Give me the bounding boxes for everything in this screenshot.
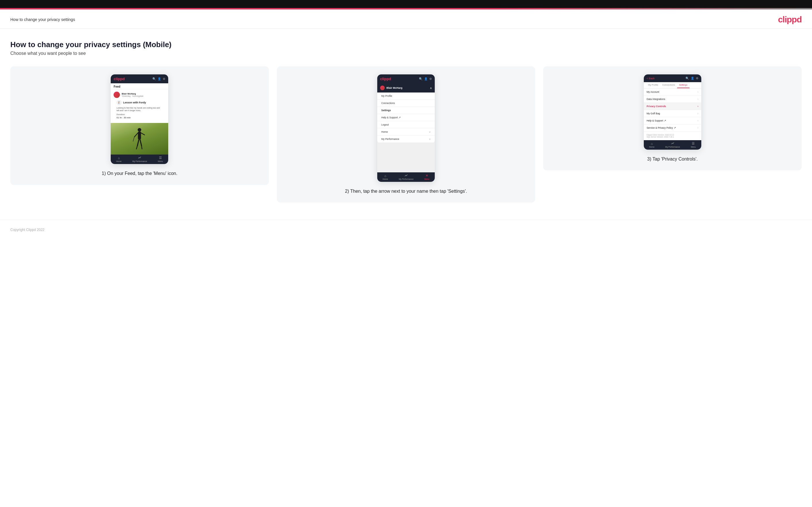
menu-arrow[interactable]: ∧ — [430, 87, 432, 90]
step-2-card: clippd 🔍 👤 ⚙ — [277, 66, 536, 203]
menu-item-connections[interactable]: Connections — [377, 100, 435, 107]
phone-post: Blair McHarg Yesterday · Sunningdale 🏌 L… — [111, 89, 168, 123]
bottom-bar-1: ⌂ Home My Performance ☰ Menu — [111, 155, 168, 164]
svg-line-3 — [141, 133, 145, 135]
menu-item-logout[interactable]: Logout — [377, 121, 435, 128]
duration-val: 01 hr : 30 min — [113, 116, 165, 121]
lesson-icon: 🏌 — [116, 100, 121, 105]
duration-label: Duration — [113, 113, 165, 116]
bottom-home-3[interactable]: ⌂ Home — [649, 142, 654, 148]
svg-line-6 — [137, 146, 138, 149]
settings-service-privacy[interactable]: Service & Privacy Policy ↗ › — [644, 124, 701, 131]
golf-image — [111, 123, 168, 155]
performance-icon — [138, 156, 141, 160]
bottom-home-2[interactable]: ⌂ Home — [383, 174, 388, 180]
version-info: Clippd Client Version: 2022.8-3-3 SQL Se… — [644, 131, 701, 140]
phone-icons-1: 🔍 👤 ⚙ — [152, 77, 165, 80]
phone-logo-2: clippd — [380, 77, 391, 81]
bottom-menu-3[interactable]: ☰ Menu — [691, 142, 696, 148]
phone-icons-3: 🔍 👤 ⚙ — [686, 77, 699, 80]
performance-icon-3 — [671, 142, 674, 145]
avatar-2 — [380, 86, 385, 90]
menu-label-2: Menu — [424, 178, 429, 180]
menu-user-left: Blair McHarg — [380, 86, 403, 90]
tab-connections[interactable]: Connections — [660, 82, 677, 88]
copyright: Copyright Clippd 2022 — [10, 228, 45, 232]
bottom-bar-3: ⌂ Home My Performance ☰ Menu — [644, 140, 701, 150]
user-icon-3: 👤 — [691, 77, 694, 80]
menu-nav-home[interactable]: Home ∨ — [377, 128, 435, 135]
page-subheading: Choose what you want people to see — [10, 51, 802, 56]
settings-help-support[interactable]: Help & Support ↗ › — [644, 117, 701, 124]
step-3-card: < Back 🔍 👤 ⚙ My Profile Connections Sett… — [543, 66, 802, 170]
menu-item-help[interactable]: Help & Support ↗ — [377, 114, 435, 121]
bottom-performance-3[interactable]: My Performance — [665, 142, 680, 148]
performance-label: My Performance — [132, 160, 147, 162]
my-account-label: My Account — [647, 91, 659, 93]
bottom-menu-2[interactable]: ✕ Menu — [424, 174, 429, 180]
menu-nav-performance[interactable]: My Performance ∨ — [377, 135, 435, 143]
performance-label-3: My Performance — [665, 146, 680, 148]
user-icon: 👤 — [158, 77, 161, 80]
phone-mockup-2: clippd 🔍 👤 ⚙ — [377, 74, 435, 182]
bottom-bar-2: ⌂ Home My Performance ✕ Menu — [377, 172, 435, 182]
phone-mockup-3: < Back 🔍 👤 ⚙ My Profile Connections Sett… — [644, 74, 701, 150]
lesson-row: 🏌 Lesson with Fordy — [113, 99, 165, 106]
svg-line-4 — [138, 139, 139, 146]
menu-label-3: Menu — [691, 146, 696, 148]
privacy-controls-label: Privacy Controls — [647, 105, 666, 108]
help-support-chevron: › — [698, 119, 699, 122]
menu-item-profile[interactable]: My Profile — [377, 93, 435, 100]
settings-my-account[interactable]: My Account › — [644, 89, 701, 96]
step-2-caption: 2) Then, tap the arrow next to your name… — [345, 188, 467, 194]
privacy-controls-chevron: › — [698, 105, 699, 108]
back-button[interactable]: < Back — [647, 77, 655, 80]
menu-item-settings[interactable]: Settings — [377, 107, 435, 114]
step-3-caption: 3) Tap 'Privacy Controls'. — [647, 156, 698, 162]
bottom-performance-2[interactable]: My Performance — [399, 174, 413, 180]
lesson-title: Lesson with Fordy — [123, 101, 146, 104]
help-support-label: Help & Support ↗ — [647, 119, 666, 122]
bottom-home-1[interactable]: ⌂ Home — [116, 156, 121, 162]
post-author: Blair McHarg Yesterday · Sunningdale — [121, 93, 144, 97]
settings-my-golf-bag[interactable]: My Golf Bag › — [644, 110, 701, 117]
search-icon-2: 🔍 — [419, 77, 422, 80]
settings-privacy-controls[interactable]: Privacy Controls › — [644, 103, 701, 110]
main-content: How to change your privacy settings (Mob… — [0, 29, 812, 220]
footer: Copyright Clippd 2022 — [0, 220, 812, 239]
user-icon-2: 👤 — [424, 77, 427, 80]
my-golf-bag-chevron: › — [698, 112, 699, 115]
home-icon-3: ⌂ — [651, 142, 653, 145]
svg-line-5 — [140, 139, 142, 146]
version2: SQL Server Version: 2022.7.30-1 — [647, 136, 699, 138]
service-privacy-chevron: › — [698, 126, 699, 129]
page-heading: How to change your privacy settings (Mob… — [10, 40, 802, 49]
menu-user-row: Blair McHarg ∧ — [377, 83, 435, 93]
settings-list: My Account › Data Integrations › Privacy… — [644, 89, 701, 131]
post-sub: Yesterday · Sunningdale — [121, 95, 144, 97]
search-icon-3: 🔍 — [686, 77, 689, 80]
close-icon: ✕ — [425, 174, 428, 177]
golfer-svg — [131, 127, 148, 150]
performance-icon-2 — [405, 174, 408, 177]
settings-tabs: My Profile Connections Settings — [644, 82, 701, 89]
steps-row: clippd 🔍 👤 ⚙ Feed Blair McHarg — [10, 66, 802, 203]
settings-icon-3: ⚙ — [696, 77, 699, 80]
service-privacy-label: Service & Privacy Policy ↗ — [647, 126, 676, 129]
home-label-2: Home — [383, 178, 388, 180]
header: How to change your privacy settings clip… — [0, 9, 812, 29]
header-title: How to change your privacy settings — [10, 17, 75, 22]
my-golf-bag-label: My Golf Bag — [647, 112, 660, 115]
phone-nav-1: clippd 🔍 👤 ⚙ — [111, 74, 168, 83]
bottom-performance-1[interactable]: My Performance — [132, 156, 147, 162]
tab-settings[interactable]: Settings — [677, 82, 690, 88]
settings-data-integrations[interactable]: Data Integrations › — [644, 96, 701, 103]
bottom-menu-1[interactable]: ☰ Menu — [158, 156, 163, 162]
home-label-3: Home — [649, 146, 654, 148]
svg-point-0 — [138, 128, 141, 131]
performance-label-2: My Performance — [399, 178, 413, 180]
settings-icon-2: ⚙ — [429, 77, 432, 80]
version1: Clippd Client Version: 2022.8-3-3 — [647, 134, 699, 136]
tab-my-profile[interactable]: My Profile — [646, 82, 660, 88]
home-icon-2: ⌂ — [385, 174, 387, 177]
